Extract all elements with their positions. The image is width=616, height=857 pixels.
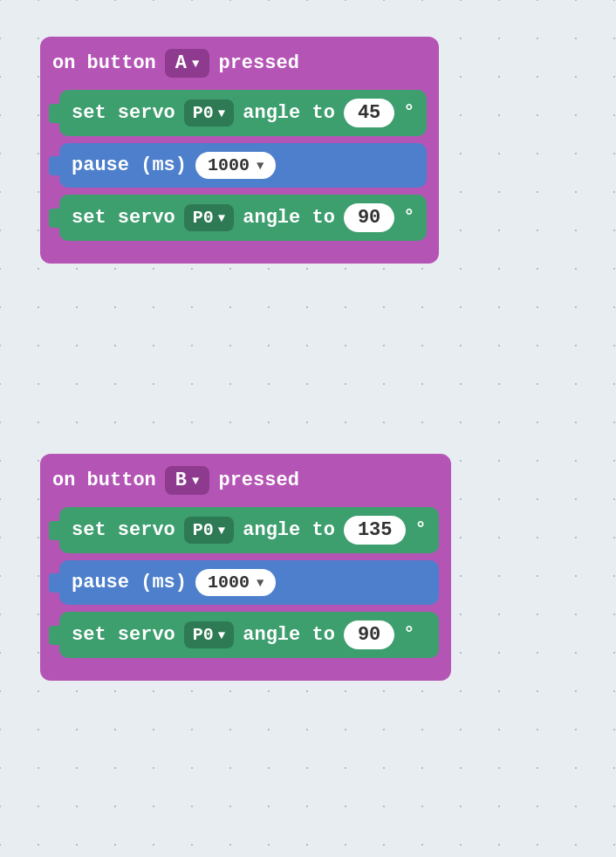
servo-value-oval-1-1[interactable]: 45 — [344, 99, 394, 127]
servo-prefix-1-1: set servo — [72, 102, 175, 124]
servo-middle-1-2: angle to — [243, 207, 335, 229]
on-button-b-block[interactable]: on button B ▼ pressed set servo P0 ▼ ang… — [40, 454, 451, 681]
pause-block-2[interactable]: pause (ms) 1000 ▼ — [59, 560, 439, 605]
servo-middle-1-1: angle to — [243, 102, 335, 124]
pause-arrow-icon-2: ▼ — [257, 576, 264, 590]
pause-arrow-icon-1: ▼ — [257, 159, 264, 173]
button-b-dropdown[interactable]: B ▼ — [165, 466, 210, 495]
servo-value-oval-2-2[interactable]: 90 — [344, 620, 394, 649]
servo-middle-2-2: angle to — [243, 624, 335, 646]
servo-block-1-2[interactable]: set servo P0 ▼ angle to 90 ° — [59, 195, 427, 241]
button-a-label: A — [175, 52, 187, 74]
button-b-label: B — [175, 470, 187, 491]
servo-port-pill-2-1[interactable]: P0 ▼ — [184, 517, 234, 544]
servo-block-1-1[interactable]: set servo P0 ▼ angle to 45 ° — [59, 90, 427, 136]
servo-port-pill-1-2[interactable]: P0 ▼ — [184, 204, 234, 231]
inner-blocks-1: set servo P0 ▼ angle to 45 ° pause (ms) — [59, 90, 427, 244]
servo-degree-1-2: ° — [403, 207, 414, 229]
on-button-prefix-1: on button — [52, 52, 156, 74]
on-button-suffix-1: pressed — [218, 52, 298, 74]
pause-prefix-2: pause (ms) — [72, 572, 187, 593]
servo-port-label-2-2: P0 — [193, 625, 214, 645]
servo-port-arrow-1-2: ▼ — [218, 211, 225, 225]
purple-header-2: on button B ▼ pressed — [52, 463, 439, 498]
servo-port-arrow-2-1: ▼ — [218, 524, 225, 538]
servo-port-pill-2-2[interactable]: P0 ▼ — [184, 621, 234, 648]
pause-value-label-2: 1000 — [208, 572, 250, 593]
on-button-suffix-2: pressed — [218, 470, 298, 491]
servo-degree-1-1: ° — [403, 102, 414, 124]
servo-value-1-1: 45 — [358, 102, 380, 124]
servo-port-label-2-1: P0 — [193, 520, 214, 540]
pause-value-dropdown-2[interactable]: 1000 ▼ — [195, 569, 276, 596]
pause-value-dropdown-1[interactable]: 1000 ▼ — [195, 152, 276, 179]
inner-blocks-2: set servo P0 ▼ angle to 135 ° pause (ms) — [59, 507, 439, 662]
servo-prefix-2-1: set servo — [72, 519, 175, 541]
servo-value-oval-1-2[interactable]: 90 — [344, 203, 394, 232]
servo-degree-2-2: ° — [403, 624, 414, 646]
servo-prefix-1-2: set servo — [72, 207, 175, 229]
button-a-arrow-icon: ▼ — [192, 57, 199, 71]
button-a-dropdown[interactable]: A ▼ — [165, 49, 210, 78]
workspace: on button A ▼ pressed set servo P0 ▼ ang… — [0, 0, 616, 857]
pause-prefix-1: pause (ms) — [72, 154, 187, 176]
servo-block-2-2[interactable]: set servo P0 ▼ angle to 90 ° — [59, 612, 439, 658]
block-group-1: on button A ▼ pressed set servo P0 ▼ ang… — [40, 37, 439, 264]
purple-header-1: on button A ▼ pressed — [52, 45, 427, 81]
servo-degree-2-1: ° — [414, 519, 426, 541]
servo-port-arrow-1-1: ▼ — [218, 106, 225, 120]
button-b-arrow-icon: ▼ — [192, 474, 199, 488]
on-button-prefix-2: on button — [52, 470, 156, 491]
servo-value-oval-2-1[interactable]: 135 — [344, 516, 407, 545]
servo-port-label-1-1: P0 — [193, 103, 214, 123]
block-group-2: on button B ▼ pressed set servo P0 ▼ ang… — [40, 454, 451, 681]
servo-value-2-2: 90 — [358, 624, 380, 646]
servo-port-label-1-2: P0 — [193, 208, 214, 228]
servo-value-1-2: 90 — [358, 207, 380, 229]
servo-block-2-1[interactable]: set servo P0 ▼ angle to 135 ° — [59, 507, 439, 553]
servo-port-arrow-2-2: ▼ — [218, 628, 225, 642]
pause-value-label-1: 1000 — [208, 155, 250, 175]
on-button-a-block[interactable]: on button A ▼ pressed set servo P0 ▼ ang… — [40, 37, 439, 264]
servo-port-pill-1-1[interactable]: P0 ▼ — [184, 99, 234, 127]
servo-value-2-1: 135 — [358, 519, 393, 541]
servo-middle-2-1: angle to — [243, 519, 335, 541]
servo-prefix-2-2: set servo — [72, 624, 175, 646]
pause-block-1[interactable]: pause (ms) 1000 ▼ — [59, 143, 427, 188]
